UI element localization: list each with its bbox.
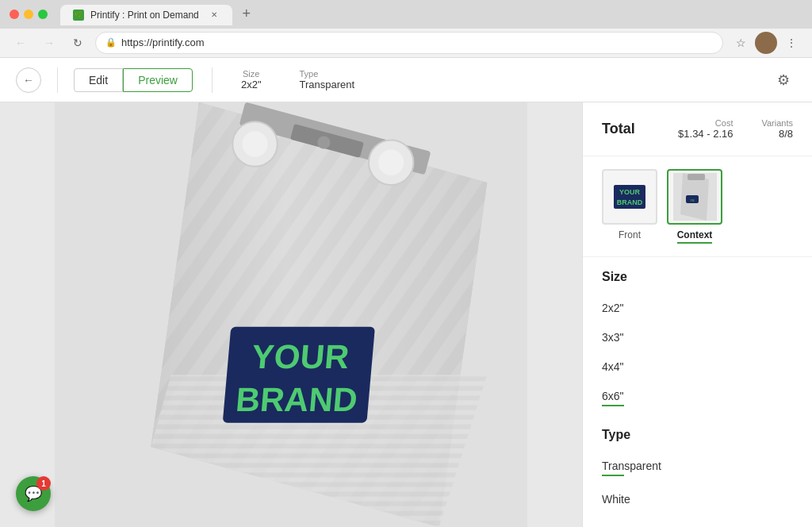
browser-titlebar: 🌿 Printify : Print on Demand ✕ + [0, 0, 812, 29]
bookmark-button[interactable]: ☆ [730, 32, 752, 54]
tab-title: Printify : Print on Demand [90, 10, 199, 21]
nav-actions: ☆ ⋮ [730, 32, 802, 54]
type-options-section: Type Transparent White [583, 428, 812, 527]
forward-nav-button[interactable]: → [38, 32, 60, 54]
edit-tab[interactable]: Edit [74, 68, 123, 92]
size-selected-indicator [602, 405, 624, 406]
type-selected-indicator [602, 475, 624, 476]
size-option-2x2-label: 2x2" [602, 302, 793, 314]
type-title: Type [602, 428, 793, 442]
browser-nav: ← → ↻ 🔒 https://printify.com ☆ ⋮ [0, 29, 812, 58]
cost-section: Cost $1.34 - 2.16 [678, 118, 733, 140]
svg-rect-12 [688, 174, 705, 180]
tab-favicon: 🌿 [73, 10, 84, 21]
size-title: Size [602, 270, 793, 284]
type-option-white-label: White [602, 493, 793, 506]
sticker-group: YOUR BRAND [223, 327, 375, 423]
toolbar-divider [57, 67, 58, 93]
app-content: ← Edit Preview Size 2x2" Type Transparen… [0, 58, 812, 527]
new-tab-button[interactable]: + [236, 3, 258, 25]
front-label: Front [619, 229, 641, 240]
cost-label: Cost [715, 118, 733, 128]
variants-section: Variants 8/8 [761, 118, 793, 140]
context-thumbnail-img: YB [673, 173, 717, 221]
type-value: Transparent [300, 79, 355, 90]
browser-frame: 🌿 Printify : Print on Demand ✕ + ← → ↻ 🔒… [0, 0, 812, 527]
chat-badge: 1 [36, 476, 51, 490]
sidebar-header: Total Cost $1.34 - 2.16 Variants 8/8 [583, 102, 812, 156]
reload-button[interactable]: ↻ [67, 32, 89, 54]
sticker-text-line2: BRAND [235, 381, 359, 418]
view-mode-group: Edit Preview [74, 68, 193, 92]
size-option-3x3[interactable]: 3x3" [602, 323, 793, 352]
wheel-left-inner [242, 131, 267, 156]
sticker-text-line1: YOUR [251, 338, 351, 375]
traffic-lights [10, 10, 48, 19]
type-label: Type [300, 69, 319, 79]
truck-kingpin [317, 136, 330, 148]
maximize-button[interactable] [38, 10, 48, 19]
preview-tab[interactable]: Preview [123, 68, 193, 92]
sidebar: Total Cost $1.34 - 2.16 Variants 8/8 [582, 102, 812, 527]
thumbnail-row: YOUR BRAND Front [583, 156, 812, 257]
size-option-6x6[interactable]: 6x6" [602, 382, 793, 415]
tab-close-button[interactable]: ✕ [209, 10, 220, 21]
size-option-2x2[interactable]: 2x2" [602, 294, 793, 323]
toolbar-divider2 [212, 67, 213, 93]
size-option-4x4-label: 4x4" [602, 360, 793, 373]
canvas-area: YOUR BRAND [0, 102, 582, 527]
chat-button[interactable]: 💬 1 [16, 476, 51, 511]
cost-value: $1.34 - 2.16 [678, 128, 733, 140]
url-text: https://printify.com [121, 37, 205, 48]
front-thumbnail-box: YOUR BRAND [602, 169, 657, 225]
size-options-section: Size 2x2" 3x3" 4x4" 6x6" [583, 257, 812, 428]
back-button[interactable]: ← [16, 67, 41, 93]
size-option-3x3-label: 3x3" [602, 331, 793, 344]
context-thumbnail-box: YB [667, 169, 722, 225]
lock-icon: 🔒 [105, 37, 117, 48]
type-display: Type Transparent [300, 69, 355, 90]
context-thumbnail[interactable]: YB Context [667, 169, 722, 244]
wheel-right-inner [378, 150, 404, 175]
type-option-transparent[interactable]: Transparent [602, 452, 793, 485]
menu-button[interactable]: ⋮ [780, 32, 802, 54]
sidebar-header-right: Cost $1.34 - 2.16 Variants 8/8 [678, 118, 793, 140]
front-thumbnail-img: YOUR BRAND [610, 181, 649, 213]
size-option-4x4[interactable]: 4x4" [602, 352, 793, 382]
svg-text:BRAND: BRAND [617, 198, 643, 206]
variants-label: Variants [761, 118, 793, 128]
skateboard-mockup: YOUR BRAND [0, 102, 582, 527]
back-nav-button[interactable]: ← [10, 32, 32, 54]
user-avatar-button[interactable] [755, 32, 777, 54]
front-thumbnail[interactable]: YOUR BRAND Front [602, 169, 657, 244]
total-label: Total [602, 121, 635, 137]
address-bar[interactable]: 🔒 https://printify.com [95, 32, 723, 54]
size-display: Size 2x2" [241, 69, 262, 90]
size-value: 2x2" [241, 79, 262, 90]
settings-button[interactable]: ⚙ [771, 67, 796, 93]
minimize-button[interactable] [24, 10, 33, 19]
context-label: Context [677, 229, 713, 244]
size-label: Size [243, 69, 259, 79]
variants-value: 8/8 [779, 128, 793, 140]
app-toolbar: ← Edit Preview Size 2x2" Type Transparen… [0, 58, 812, 102]
type-option-white[interactable]: White [602, 485, 793, 514]
main-layout: YOUR BRAND Total Cost $1.34 - 2.16 [0, 102, 812, 527]
svg-text:YB: YB [690, 198, 695, 202]
size-option-6x6-label: 6x6" [602, 390, 793, 402]
svg-text:YOUR: YOUR [619, 188, 641, 196]
type-option-transparent-label: Transparent [602, 460, 793, 472]
close-button[interactable] [10, 10, 19, 19]
browser-tab[interactable]: 🌿 Printify : Print on Demand ✕ [60, 5, 232, 25]
